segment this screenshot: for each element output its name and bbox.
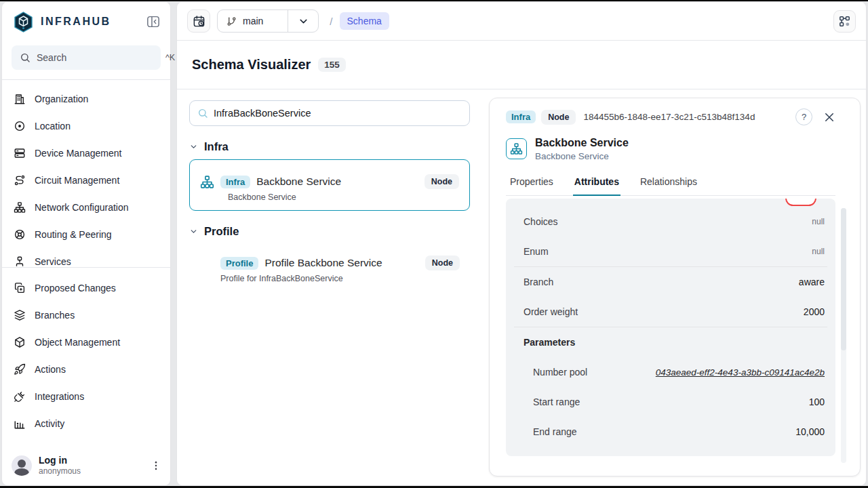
git-branch-icon (226, 16, 237, 26)
tab-attributes[interactable]: Attributes (573, 170, 620, 196)
user-section[interactable]: Log in anonymous (2, 448, 170, 485)
attributes-scroll-area[interactable]: Choices null Enum null Branch aware Orde… (506, 199, 835, 456)
kind-badge: Node (425, 174, 459, 189)
username-label: anonymous (39, 466, 81, 476)
chevron-down-icon (189, 227, 198, 236)
sidebar-header: INFRAHUB (2, 2, 170, 41)
detail-tabs: Properties Attributes Relationships (506, 170, 835, 196)
group-profile-header[interactable]: Profile (189, 225, 470, 238)
number-pool-link[interactable]: 043aeaed-eff2-4e43-a3bb-c09141ac4e2b (656, 367, 825, 378)
sidebar-item-activity[interactable]: Activity (2, 410, 170, 437)
tab-properties[interactable]: Properties (509, 170, 555, 195)
parameters-heading-row: Parameters (506, 327, 835, 357)
sidebar-nav: Organization Location Device Manageme (2, 80, 170, 267)
close-icon[interactable] (823, 111, 835, 123)
help-button[interactable]: ? (795, 108, 812, 125)
detail-title: Backbone Service (535, 137, 629, 149)
sidebar-item-actions[interactable]: Actions (2, 356, 170, 383)
hierarchy-icon (506, 138, 527, 159)
schema-card-backbone-service[interactable]: Infra Backbone Service Node Backbone Ser… (189, 159, 470, 211)
group-name: Infra (204, 140, 229, 153)
sidebar-item-location[interactable]: Location (2, 113, 170, 140)
sidebar-item-branches[interactable]: Branches (2, 302, 170, 329)
kebab-menu-icon[interactable] (150, 460, 162, 472)
sidebar-item-label: Location (35, 121, 71, 131)
copy-diff-icon (14, 282, 26, 294)
sidebar-item-integrations[interactable]: Integrations (2, 383, 170, 410)
branch-dropdown-toggle[interactable] (288, 10, 318, 32)
workflow-button[interactable] (833, 10, 856, 33)
main-panel: main / Schema (176, 1, 867, 486)
sidebar-item-circuit-management[interactable]: Circuit Management (2, 167, 170, 194)
sidebar-item-label: Activity (35, 418, 64, 429)
breadcrumb-separator: / (330, 16, 332, 27)
clipped-status-badge (785, 199, 816, 206)
search-icon (20, 52, 31, 63)
detail-subtitle: Backbone Service (535, 151, 629, 161)
sidebar-item-device-management[interactable]: Device Management (2, 140, 170, 167)
schema-title: Profile Backbone Service (264, 257, 382, 269)
sidebar-item-organization[interactable]: Organization (2, 85, 170, 113)
page-title: Schema Visualizer (192, 57, 311, 73)
schema-card-profile-backbone-service[interactable]: Profile Profile Backbone Service Node Pr… (189, 249, 470, 291)
sidebar-item-proposed-changes[interactable]: Proposed Changes (2, 274, 170, 302)
sidebar-item-services[interactable]: Services (2, 248, 170, 267)
location-icon (14, 120, 26, 132)
network-icon (14, 201, 26, 214)
attribute-row: Choices null (506, 207, 835, 237)
schema-count-badge: 155 (318, 58, 346, 72)
uuid-text: 184455b6-1848-ee17-3c21-c513b48f134d (583, 112, 755, 122)
sidebar-item-label: Actions (35, 364, 66, 375)
building-icon (14, 93, 26, 105)
sidebar-item-network-configuration[interactable]: Network Configuration (2, 194, 170, 221)
group-infra: Infra Infra Back (189, 140, 470, 211)
sidebar-item-label: Integrations (35, 391, 84, 402)
globe-icon (14, 228, 26, 241)
app-title: INFRAHUB (41, 16, 111, 28)
scrollbar[interactable] (841, 208, 846, 463)
group-profile: Profile Profile Profile Backbone Service… (189, 225, 470, 291)
sidebar: INFRAHUB ^K (1, 1, 171, 486)
schema-filter[interactable] (189, 100, 470, 126)
attribute-row: Enum null (506, 237, 835, 266)
sidebar-collapse-icon[interactable] (144, 14, 162, 30)
sidebar-item-routing-peering[interactable]: Routing & Peering (2, 221, 170, 248)
sidebar-item-label: Circuit Management (35, 175, 119, 186)
sidebar-bottom-nav: Proposed Changes Branches Object Managem… (2, 268, 170, 437)
namespace-badge: Profile (220, 257, 258, 270)
rocket-icon (14, 363, 26, 375)
search-input[interactable] (37, 52, 159, 63)
sidebar-search[interactable]: ^K (12, 45, 161, 70)
kind-badge: Node (541, 110, 576, 125)
branch-selector[interactable]: main (217, 9, 319, 33)
route-icon (14, 174, 26, 186)
parameter-row: End range 10,000 (506, 417, 835, 447)
scrollbar-thumb[interactable] (841, 208, 846, 350)
detail-title-row: Backbone Service Backbone Service (506, 137, 835, 161)
sitemap-icon (14, 256, 26, 267)
plug-icon (14, 390, 26, 403)
infrahub-logo (12, 11, 35, 33)
sidebar-item-object-management[interactable]: Object Management (2, 329, 170, 356)
layers-icon (14, 309, 26, 321)
parameter-row: Number pool 043aeaed-eff2-4e43-a3bb-c091… (506, 357, 835, 387)
schema-description: Profile for InfraBackBoneService (220, 274, 460, 283)
group-name: Profile (204, 225, 239, 238)
breadcrumb-schema[interactable]: Schema (340, 12, 389, 30)
hierarchy-icon (200, 175, 214, 189)
chevron-down-icon (189, 142, 198, 151)
group-infra-header[interactable]: Infra (189, 140, 470, 153)
attribute-row: Order weight 2000 (506, 297, 835, 327)
detail-panel: Infra Node 184455b6-1848-ee17-3c21-c513b… (489, 98, 861, 476)
sidebar-item-label: Network Configuration (35, 202, 129, 213)
sidebar-item-label: Branches (35, 310, 75, 321)
schema-filter-input[interactable] (214, 108, 462, 119)
bar-chart-icon (14, 418, 26, 430)
tab-relationships[interactable]: Relationships (639, 170, 698, 195)
time-travel-button[interactable] (187, 9, 210, 33)
sidebar-item-label: Organization (35, 94, 88, 104)
attribute-row: Branch aware (506, 267, 835, 297)
search-shortcut: ^K (165, 53, 175, 62)
namespace-badge: Infra (220, 176, 250, 188)
schema-title: Backbone Service (256, 176, 341, 188)
